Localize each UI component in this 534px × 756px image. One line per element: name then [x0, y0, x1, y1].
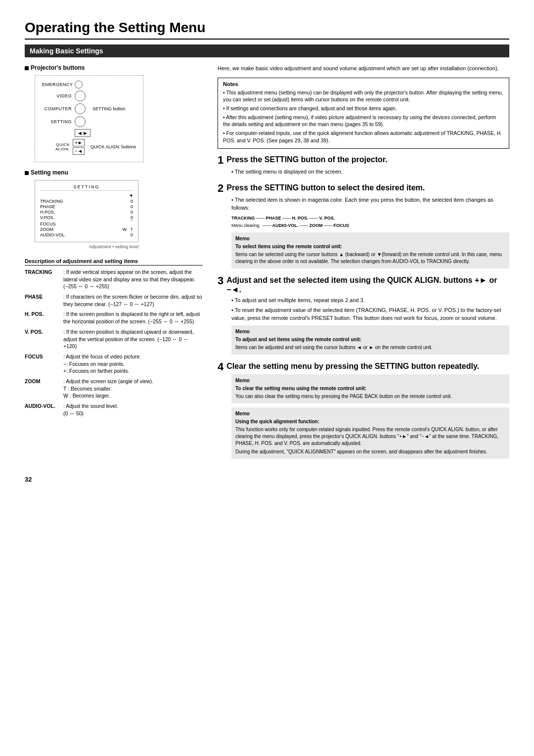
flow-diagram: TRACKING —— PHASE —— H. POS. —— V. POS. … [231, 215, 509, 229]
step-1-title: Press the SETTING button of the projecto… [226, 155, 387, 164]
step-2-number: 2 [218, 183, 223, 194]
step-3-number: 3 [218, 275, 223, 286]
desc-vpos: V. POS. : If the screen position is disp… [25, 328, 203, 350]
projector-buttons-title: Projector's buttons [25, 64, 203, 71]
note-3: • After this adjustment (setting menu), … [223, 114, 504, 128]
notes-box: Notes • This adjustment menu (setting me… [218, 78, 509, 149]
step-4-memo1-title: Memo [235, 377, 505, 384]
step-3-memo-title: Memo [235, 328, 505, 335]
setting-menu-diagram: SETTING ◄ TRACKING0 PHASE0 H.POS.0 V.POS… [35, 180, 138, 242]
desc-audio: AUDIO-VOL. : Adjust the sound level.(0 ↔… [25, 402, 203, 417]
desc-zoom: ZOOM : Adjust the screen size (angle of … [25, 378, 203, 400]
section-header: Making Basic Settings [25, 44, 509, 57]
step-1-number: 1 [218, 155, 223, 166]
notes-title: Notes [223, 81, 504, 87]
right-column: Here, we make basic video adjustment and… [218, 64, 509, 466]
step-2-memo-title: Memo [235, 235, 505, 242]
step-2-title: Press the SETTING button to select the d… [226, 183, 425, 192]
step-4-number: 4 [218, 361, 223, 372]
desc-hpos: H. POS. : If the screen position is disp… [25, 311, 203, 325]
projector-diagram: EMERGENCY VIDEO COMPUTER SETTING button … [35, 75, 143, 162]
note-2: • If settings and connections are change… [223, 105, 504, 112]
quick-align-label: QUICK ALIGN. buttons [90, 144, 136, 149]
step-1-body: • The setting menu is displayed on the s… [231, 168, 509, 176]
step-3-body-1: • To adjust and set multiple items, repe… [231, 296, 509, 305]
step-4-memo1: Memo To clear the setting menu using the… [231, 374, 509, 403]
description-table: Description of adjustment and setting it… [25, 258, 203, 417]
step-4-title: Clear the setting menu by pressing the S… [226, 361, 479, 371]
page-number: 32 [25, 476, 509, 483]
note-4: • For computer-related inputs, use of th… [223, 130, 504, 144]
page-title: Operating the Setting Menu [25, 20, 509, 40]
left-column: Projector's buttons EMERGENCY VIDEO COMP… [25, 64, 203, 466]
step-3-body-2: • To reset the adjustment value of the s… [231, 306, 509, 322]
desc-tracking: TRACKING : If wide vertical stripes appe… [25, 268, 203, 290]
step-4-memo2-title: Memo [235, 410, 505, 417]
desc-header: Description of adjustment and setting it… [25, 258, 203, 266]
adjust-label: Adjustment • setting level [25, 244, 203, 249]
step-2-memo: Memo To select items using the remote co… [231, 232, 509, 268]
menu-title: SETTING [40, 184, 133, 191]
setting-button-label: SETTING button [92, 106, 126, 111]
desc-focus: FOCUS : Adjust the focus of video pictur… [25, 353, 203, 375]
intro-text: Here, we make basic video adjustment and… [218, 64, 509, 73]
step-1: 1 Press the SETTING button of the projec… [218, 155, 509, 176]
step-4-memo2: Memo Using the quick alignment function:… [231, 407, 509, 459]
step-3: 3 Adjust and set the selected item using… [218, 275, 509, 355]
step-2: 2 Press the SETTING button to select the… [218, 183, 509, 268]
step-3-memo: Memo To adjust and set items using the r… [231, 325, 509, 355]
step-3-title: Adjust and set the selected item using t… [226, 275, 509, 294]
step-2-body: • The selected item is shown in magenta … [231, 196, 509, 212]
note-1: • This adjustment menu (setting menu) ca… [223, 89, 504, 103]
setting-menu-title: Setting menu [25, 169, 203, 176]
desc-phase: PHASE : If characters on the screen flic… [25, 293, 203, 308]
step-4: 4 Clear the setting menu by pressing the… [218, 361, 509, 459]
